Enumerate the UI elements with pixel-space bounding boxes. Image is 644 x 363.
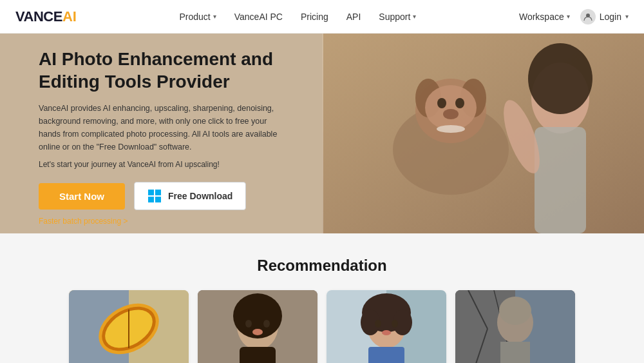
nav-item-api[interactable]: API (346, 12, 361, 22)
nav-label-product: Product (179, 12, 210, 22)
svg-point-17 (528, 43, 592, 114)
nav-center: Product ▾ VanceAI PC Pricing API Support… (179, 12, 416, 22)
nav-label-vanceai-pc: VanceAI PC (234, 12, 283, 22)
hero-subtext: Let's start your journey at VanceAI from… (39, 160, 296, 169)
svg-rect-43 (368, 347, 404, 363)
card-image-3 (327, 290, 446, 363)
nav-item-vanceai-pc[interactable]: VanceAI PC (234, 12, 283, 22)
batch-processing-link[interactable]: Faster batch processing > (39, 217, 296, 226)
svg-rect-2 (155, 190, 161, 195)
user-icon (580, 9, 596, 25)
hero-description: VanceAI provides AI enhancing, upscaling… (39, 102, 283, 153)
nav-label-api: API (346, 12, 361, 22)
chevron-down-icon: ▾ (213, 13, 216, 20)
svg-point-30 (245, 320, 252, 328)
chevron-down-icon-workspace: ▾ (567, 13, 570, 20)
svg-point-31 (263, 320, 270, 328)
recommendation-section: Recommendation AI Image Enhancer One-cli… (0, 233, 644, 363)
nav-item-product[interactable]: Product ▾ (179, 12, 216, 22)
svg-rect-16 (535, 127, 586, 233)
svg-point-42 (382, 330, 391, 335)
hero-divider (322, 34, 323, 233)
card-image-1 (69, 290, 189, 363)
workspace-label: Workspace (519, 12, 564, 22)
svg-point-32 (252, 329, 263, 335)
svg-rect-4 (155, 197, 161, 202)
hero-content: AI Photo Enhancement and Editing Tools P… (0, 34, 322, 233)
start-now-button[interactable]: Start Now (39, 183, 125, 210)
windows-icon (147, 189, 162, 203)
card-upscale: AI Upscale Image to 4K Upscale images to… (198, 290, 317, 363)
svg-point-41 (392, 320, 398, 328)
nav-item-pricing[interactable]: Pricing (301, 12, 328, 22)
svg-point-13 (455, 98, 464, 108)
logo[interactable]: VANCEAI (15, 8, 77, 25)
free-download-button[interactable]: Free Download (134, 182, 246, 210)
workspace-button[interactable]: Workspace ▾ (519, 12, 570, 22)
nav-item-support[interactable]: Support ▾ (379, 12, 416, 22)
recommendation-title: Recommendation (26, 257, 618, 275)
navigation: VANCEAI Product ▾ VanceAI PC Pricing API… (0, 0, 644, 34)
hero-section: AI Photo Enhancement and Editing Tools P… (0, 34, 644, 233)
logo-vance: VANCE (15, 8, 62, 25)
nav-label-support: Support (379, 12, 410, 22)
svg-point-40 (375, 320, 381, 328)
svg-rect-52 (500, 342, 530, 363)
hero-photo (322, 34, 644, 233)
chevron-down-icon-login: ▾ (625, 13, 629, 20)
hero-buttons: Start Now Free Download (39, 182, 296, 210)
login-label: Login (600, 12, 621, 22)
cards-row: AI Image Enhancer One-click solution to … (26, 290, 618, 363)
card-image-2 (198, 290, 317, 363)
svg-point-12 (437, 98, 446, 108)
login-button[interactable]: Login ▾ (580, 9, 629, 25)
card-old-photo: AI Old Photo Repair & Colorize Auto colo… (455, 290, 575, 363)
logo-ai: AI (62, 8, 77, 25)
svg-point-11 (425, 85, 477, 130)
svg-rect-3 (148, 197, 154, 202)
card-image-enhancer: AI Image Enhancer One-click solution to … (69, 290, 189, 363)
svg-point-14 (443, 109, 459, 119)
hero-title: AI Photo Enhancement and Editing Tools P… (39, 48, 296, 93)
nav-right: Workspace ▾ Login ▾ (519, 9, 629, 25)
nav-label-pricing: Pricing (301, 12, 328, 22)
card-bg-remover: AI Background Remover Get transparent im… (327, 290, 446, 363)
svg-rect-1 (148, 190, 154, 195)
free-download-label: Free Download (168, 191, 232, 201)
svg-point-19 (437, 125, 465, 133)
chevron-down-icon-support: ▾ (413, 13, 416, 20)
hero-image (322, 34, 644, 233)
svg-rect-33 (240, 347, 276, 363)
card-image-4 (455, 290, 575, 363)
svg-point-51 (499, 297, 531, 325)
